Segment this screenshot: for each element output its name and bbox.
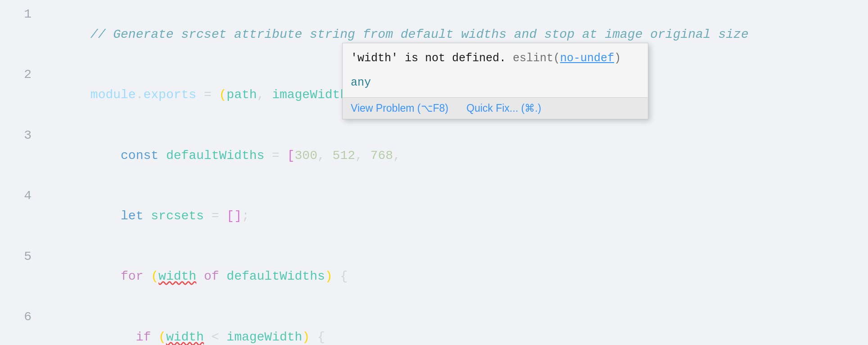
tooltip-eslint-suffix: ) [614,52,621,65]
code-editor: 1 // Generate srcset attribute string fr… [0,0,868,345]
tooltip-type: any [343,71,648,97]
tooltip-popup: 'width' is not defined. eslint(no-undef)… [342,43,648,119]
tooltip-eslint-prefix: eslint( [513,52,560,65]
line-content-6: if (width < imageWidth) { [45,307,859,345]
line-5: 5 for (width of defaultWidths) { [0,247,868,307]
tooltip-error-text: 'width' is not defined. [351,52,506,65]
line-number-4: 4 [9,186,32,206]
line-3: 3 const defaultWidths = [300, 512, 768, [0,126,868,186]
line-number-5: 5 [9,247,32,267]
comment-token: // Generate srcset attribute string from… [90,27,749,41]
quick-fix-button[interactable]: Quick Fix... (⌘.) [466,102,541,114]
line-6: 6 if (width < imageWidth) { [0,307,868,345]
line-4: 4 let srcsets = []; [0,186,868,246]
line-content-3: const defaultWidths = [300, 512, 768, [45,126,859,186]
line-number-6: 6 [9,307,32,327]
tooltip-eslint-link[interactable]: no-undef [560,52,614,65]
line-number-3: 3 [9,126,32,146]
view-problem-button[interactable]: View Problem (⌥F8) [351,102,448,114]
line-content-4: let srcsets = []; [45,186,859,246]
line-number-1: 1 [9,5,32,25]
tooltip-error-message: 'width' is not defined. eslint(no-undef) [343,43,648,71]
line-number-2: 2 [9,65,32,85]
tooltip-actions: View Problem (⌥F8) Quick Fix... (⌘.) [343,97,648,119]
line-content-5: for (width of defaultWidths) { [45,247,859,307]
module-token: module [90,88,136,102]
